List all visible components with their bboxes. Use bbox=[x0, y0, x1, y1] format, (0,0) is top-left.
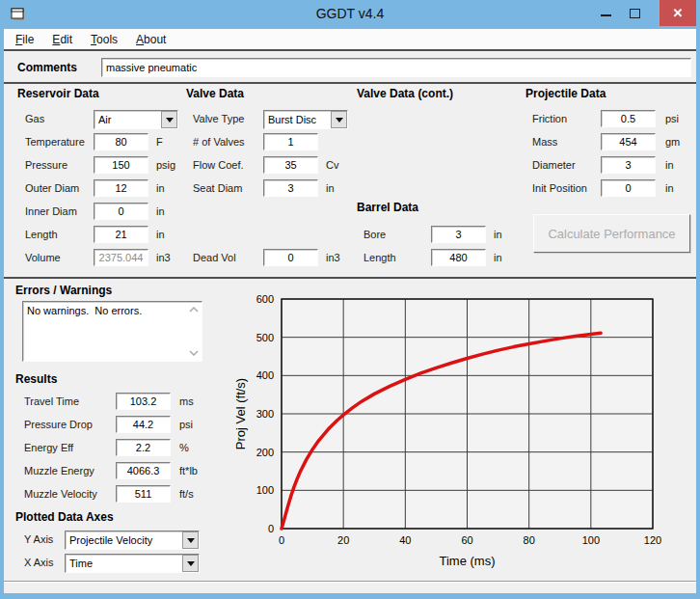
scroll-down-icon[interactable] bbox=[189, 350, 199, 356]
bore-unit: in bbox=[494, 229, 502, 240]
outer-diam-unit: in bbox=[156, 182, 165, 194]
calculate-performance-button[interactable]: Calculate Performance bbox=[533, 214, 690, 253]
energy-eff-value[interactable] bbox=[116, 439, 171, 456]
outer-diam-input[interactable] bbox=[94, 179, 148, 197]
projectile-section-title: Projectile Data bbox=[525, 87, 606, 100]
barrel-section-title: Barrel Data bbox=[357, 201, 418, 214]
menu-tools[interactable]: Tools bbox=[91, 33, 118, 46]
errors-text: No warnings. No errors. bbox=[27, 305, 186, 316]
menubar: File Edit Tools About bbox=[4, 29, 696, 51]
flow-coef-unit: Cv bbox=[326, 159, 338, 171]
reservoir-length-unit: in bbox=[156, 229, 165, 240]
num-valves-input[interactable] bbox=[263, 133, 318, 150]
inner-diam-label: Inner Diam bbox=[25, 205, 77, 217]
init-position-input[interactable] bbox=[601, 179, 656, 197]
svg-text:Time (ms): Time (ms) bbox=[439, 554, 495, 568]
diameter-unit: in bbox=[665, 159, 674, 171]
muzzle-velocity-value[interactable] bbox=[116, 485, 171, 503]
titlebar: GGDT v4.4 ✕ bbox=[0, 0, 700, 29]
travel-time-label: Travel Time bbox=[24, 395, 79, 407]
gas-dropdown-button[interactable] bbox=[161, 111, 177, 128]
svg-text:300: 300 bbox=[256, 408, 274, 420]
x-axis-label: X Axis bbox=[24, 557, 54, 568]
chevron-down-icon bbox=[187, 561, 195, 570]
divider bbox=[4, 277, 696, 279]
svg-text:60: 60 bbox=[461, 534, 472, 546]
mass-input[interactable] bbox=[601, 133, 656, 150]
comments-label: Comments bbox=[17, 61, 77, 74]
minimize-icon bbox=[601, 14, 611, 16]
energy-eff-label: Energy Eff bbox=[24, 442, 73, 453]
valve-type-label: Valve Type bbox=[193, 113, 244, 124]
valve-type-dropdown-button[interactable] bbox=[331, 111, 347, 128]
scroll-up-icon[interactable] bbox=[189, 307, 199, 313]
inner-diam-input[interactable] bbox=[94, 203, 148, 220]
x-axis-dropdown-button[interactable] bbox=[182, 555, 199, 572]
reservoir-section-title: Reservoir Data bbox=[17, 87, 99, 100]
pressure-label: Pressure bbox=[25, 159, 67, 171]
diameter-input[interactable] bbox=[601, 156, 656, 174]
barrel-length-label: Length bbox=[363, 252, 396, 263]
flow-coef-label: Flow Coef. bbox=[193, 159, 244, 171]
bore-input[interactable] bbox=[431, 226, 486, 243]
errors-scrollbar[interactable] bbox=[187, 303, 201, 360]
outer-diam-label: Outer Diam bbox=[25, 182, 79, 194]
client-area: File Edit Tools About Comments Reservoir… bbox=[4, 29, 696, 593]
menu-edit[interactable]: Edit bbox=[52, 33, 72, 46]
svg-text:0: 0 bbox=[268, 523, 274, 534]
close-button[interactable]: ✕ bbox=[660, 0, 696, 26]
dead-vol-input[interactable] bbox=[263, 249, 318, 266]
dead-vol-unit: in3 bbox=[326, 252, 340, 263]
init-position-label: Init Position bbox=[532, 182, 587, 194]
flow-coef-input[interactable] bbox=[263, 156, 318, 174]
pressure-unit: psig bbox=[156, 159, 175, 171]
svg-text:100: 100 bbox=[256, 484, 274, 496]
init-position-unit: in bbox=[665, 182, 674, 194]
pressure-drop-label: Pressure Drop bbox=[24, 419, 93, 430]
svg-text:500: 500 bbox=[256, 332, 274, 343]
dead-vol-label: Dead Vol bbox=[193, 252, 236, 263]
maximize-button[interactable] bbox=[623, 0, 648, 27]
menu-file[interactable]: File bbox=[15, 33, 34, 46]
temperature-input[interactable] bbox=[94, 133, 148, 150]
seat-diam-unit: in bbox=[326, 182, 335, 194]
reservoir-length-input[interactable] bbox=[94, 226, 148, 243]
svg-text:200: 200 bbox=[256, 447, 274, 458]
app-window: GGDT v4.4 ✕ File Edit Tools About Commen… bbox=[0, 0, 700, 599]
svg-text:40: 40 bbox=[399, 534, 411, 546]
svg-text:0: 0 bbox=[279, 534, 284, 546]
seat-diam-label: Seat Diam bbox=[193, 182, 242, 194]
pressure-drop-value[interactable] bbox=[116, 416, 171, 433]
errors-textbox[interactable]: No warnings. No errors. bbox=[22, 301, 202, 362]
barrel-length-input[interactable] bbox=[431, 249, 486, 266]
divider bbox=[4, 82, 696, 84]
y-axis-select[interactable]: Projectile Velocity bbox=[65, 531, 200, 550]
chevron-down-icon bbox=[187, 538, 195, 547]
chevron-down-icon bbox=[336, 118, 343, 126]
gas-value: Air bbox=[94, 111, 161, 128]
travel-time-value[interactable] bbox=[116, 393, 171, 410]
valve-section-title: Valve Data bbox=[186, 87, 244, 100]
valve-type-select[interactable]: Burst Disc bbox=[263, 110, 348, 129]
window-controls: ✕ bbox=[594, 0, 696, 29]
y-axis-label: Y Axis bbox=[24, 533, 53, 545]
friction-input[interactable] bbox=[601, 110, 656, 127]
svg-text:100: 100 bbox=[582, 534, 600, 546]
gas-select[interactable]: Air bbox=[94, 110, 178, 129]
menu-about[interactable]: About bbox=[136, 33, 166, 46]
muzzle-energy-label: Muzzle Energy bbox=[24, 465, 94, 476]
maximize-icon bbox=[630, 9, 640, 18]
y-axis-value: Projectile Velocity bbox=[66, 531, 182, 549]
pressure-input[interactable] bbox=[94, 156, 148, 174]
chevron-down-icon bbox=[166, 118, 174, 126]
muzzle-energy-value[interactable] bbox=[116, 462, 171, 479]
volume-unit: in3 bbox=[156, 252, 171, 263]
x-axis-select[interactable]: Time bbox=[65, 554, 200, 573]
seat-diam-input[interactable] bbox=[263, 179, 318, 197]
svg-text:120: 120 bbox=[644, 534, 661, 546]
y-axis-dropdown-button[interactable] bbox=[182, 531, 199, 549]
minimize-button[interactable] bbox=[594, 0, 619, 27]
num-valves-label: # of Valves bbox=[193, 136, 245, 148]
comments-input[interactable] bbox=[101, 58, 691, 77]
x-axis-value: Time bbox=[66, 555, 182, 572]
